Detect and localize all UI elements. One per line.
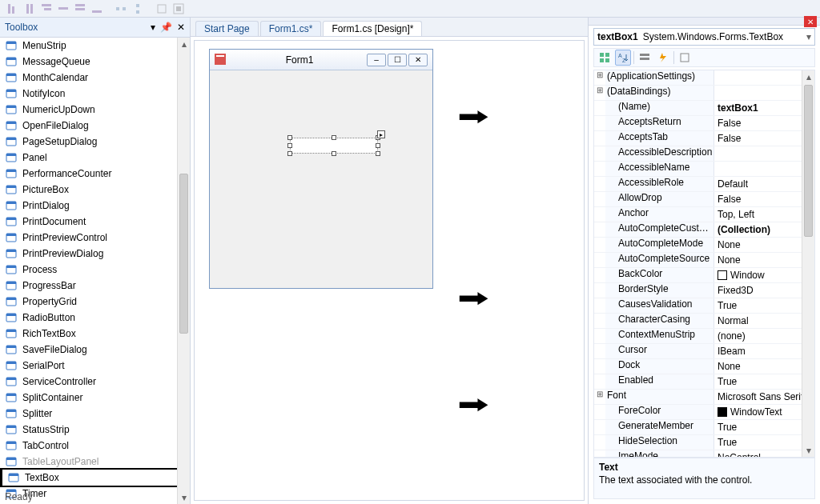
property-value[interactable]: True (714, 298, 814, 313)
property-value[interactable]: (Collection) (714, 222, 814, 237)
property-value[interactable]: NoControl (714, 450, 814, 458)
property-row[interactable]: Dock None (594, 359, 814, 374)
resize-handle[interactable] (332, 135, 336, 140)
property-value[interactable]: Top, Left (714, 207, 814, 222)
properties-view-icon[interactable] (637, 50, 653, 66)
property-value[interactable] (714, 70, 814, 85)
property-value[interactable]: False (714, 131, 814, 146)
property-row[interactable]: ⊞ Font Microsoft Sans Serif, 8.25pt (594, 390, 814, 405)
toolbox-item-statusstrip[interactable]: StatusStrip (0, 422, 190, 438)
toolbox-item-splitcontainer[interactable]: SplitContainer (0, 390, 190, 406)
property-row[interactable]: CharacterCasing Normal (594, 314, 814, 329)
alphabetical-icon[interactable]: AZ (615, 50, 631, 66)
property-row[interactable]: Anchor Top, Left (594, 207, 814, 222)
property-value[interactable]: False (714, 116, 814, 130)
expand-icon[interactable]: ⊞ (594, 86, 605, 100)
property-value[interactable]: (none) (714, 329, 814, 343)
property-row[interactable]: AcceptsTab False (594, 131, 814, 146)
property-row[interactable]: AllowDrop False (594, 192, 814, 207)
property-value[interactable]: True (714, 420, 814, 434)
toolbox-item-radiobutton[interactable]: RadioButton (0, 310, 190, 326)
properties-close-icon[interactable]: ✕ (804, 16, 817, 27)
scroll-down-icon[interactable]: ▾ (178, 491, 190, 504)
toolbox-item-menustrip[interactable]: MenuStrip (0, 38, 190, 54)
scroll-up-icon[interactable]: ▴ (802, 70, 814, 83)
toolbox-item-printdialog[interactable]: PrintDialog (0, 198, 190, 214)
toolbox-item-numericupdown[interactable]: NumericUpDown (0, 102, 190, 118)
toolbox-item-textbox[interactable]: TextBox (0, 468, 190, 487)
resize-handle[interactable] (287, 143, 292, 148)
scroll-up-icon[interactable]: ▴ (178, 38, 190, 50)
property-row[interactable]: ContextMenuStrip (none) (594, 329, 814, 344)
toolbox-item-openfiledialog[interactable]: OpenFileDialog (0, 118, 190, 134)
property-value[interactable]: textBox1 (714, 101, 814, 115)
document-tab[interactable]: Start Page (195, 21, 259, 36)
resize-handle[interactable] (376, 143, 380, 148)
toolbox-item-splitter[interactable]: Splitter (0, 406, 190, 422)
property-row[interactable]: AutoCompleteCustomSource (Collection) (594, 222, 814, 238)
properties-scrollbar[interactable]: ▴ ▾ (802, 70, 814, 457)
property-value[interactable]: WindowText (714, 405, 814, 419)
toolbox-item-pagesetupdialog[interactable]: PageSetupDialog (0, 134, 190, 150)
form-designer[interactable]: Form1 – ☐ ✕ ▸ (209, 49, 433, 289)
toolbox-scrollbar[interactable]: ▴ ▾ (177, 38, 190, 504)
property-row[interactable]: BorderStyle Fixed3D (594, 283, 814, 298)
toolbox-item-picturebox[interactable]: PictureBox (0, 182, 190, 198)
property-value[interactable] (714, 162, 814, 176)
property-row[interactable]: Cursor IBeam (594, 344, 814, 359)
property-value[interactable]: Default (714, 177, 814, 191)
events-icon[interactable] (655, 50, 671, 66)
resize-handle[interactable] (332, 151, 336, 156)
toolbox-item-printdocument[interactable]: PrintDocument (0, 214, 190, 230)
resize-handle[interactable] (287, 151, 292, 156)
property-value[interactable]: None (714, 253, 814, 267)
property-value[interactable]: True (714, 374, 814, 389)
document-tab[interactable]: Form1.cs* (260, 21, 322, 36)
scroll-down-icon[interactable]: ▾ (802, 444, 814, 457)
toolbox-item-performancecounter[interactable]: PerformanceCounter (0, 166, 190, 182)
property-row[interactable]: BackColor Window (594, 268, 814, 283)
property-value[interactable] (714, 86, 814, 100)
close-icon[interactable]: ✕ (177, 22, 185, 33)
property-value[interactable]: IBeam (714, 344, 814, 358)
property-value[interactable]: None (714, 238, 814, 252)
toolbox-item-printpreviewcontrol[interactable]: PrintPreviewControl (0, 230, 190, 246)
toolbox-item-progressbar[interactable]: ProgressBar (0, 278, 190, 294)
categorized-icon[interactable] (597, 50, 613, 66)
property-row[interactable]: AccessibleDescription (594, 146, 814, 162)
property-row[interactable]: CausesValidation True (594, 298, 814, 314)
property-row[interactable]: ForeColor WindowText (594, 405, 814, 420)
property-row[interactable]: ⊞ (DataBindings) (594, 86, 814, 101)
pin-icon[interactable]: 📌 (160, 22, 172, 33)
smart-tag-icon[interactable]: ▸ (377, 130, 385, 138)
toolbox-item-messagequeue[interactable]: MessageQueue (0, 54, 190, 70)
property-row[interactable]: (Name) textBox1 (594, 101, 814, 116)
property-row[interactable]: AccessibleRole Default (594, 177, 814, 192)
toolbox-item-servicecontroller[interactable]: ServiceController (0, 374, 190, 390)
property-value[interactable]: Microsoft Sans Serif, 8.25pt (714, 390, 814, 404)
property-row[interactable]: AccessibleName (594, 162, 814, 177)
expand-icon[interactable]: ⊞ (594, 390, 605, 404)
toolbox-item-savefiledialog[interactable]: SaveFileDialog (0, 342, 190, 358)
toolbox-item-propertygrid[interactable]: PropertyGrid (0, 294, 190, 310)
scroll-thumb[interactable] (179, 174, 188, 334)
property-row[interactable]: AutoCompleteMode None (594, 238, 814, 253)
toolbox-item-panel[interactable]: Panel (0, 150, 190, 166)
property-row[interactable]: AutoCompleteSource None (594, 253, 814, 268)
property-row[interactable]: GenerateMember True (594, 420, 814, 435)
properties-grid[interactable]: ⊞ (ApplicationSettings) ⊞ (DataBindings)… (593, 70, 815, 458)
property-row[interactable]: AcceptsReturn False (594, 116, 814, 131)
property-row[interactable]: ImeMode NoControl (594, 450, 814, 458)
textbox-control-selected[interactable]: ▸ (290, 138, 378, 154)
toolbox-item-tablelayoutpanel[interactable]: TableLayoutPanel (0, 454, 190, 470)
property-value[interactable]: False (714, 192, 814, 206)
toolbox-item-process[interactable]: Process (0, 262, 190, 278)
toolbox-item-tabcontrol[interactable]: TabControl (0, 438, 190, 454)
toolbox-item-printpreviewdialog[interactable]: PrintPreviewDialog (0, 246, 190, 262)
document-tab[interactable]: Form1.cs [Design]* (323, 21, 422, 36)
resize-handle[interactable] (287, 135, 292, 140)
toolbox-item-richtextbox[interactable]: RichTextBox (0, 326, 190, 342)
property-pages-icon[interactable] (677, 50, 693, 66)
scroll-thumb[interactable] (804, 85, 813, 237)
property-row[interactable]: HideSelection True (594, 435, 814, 450)
